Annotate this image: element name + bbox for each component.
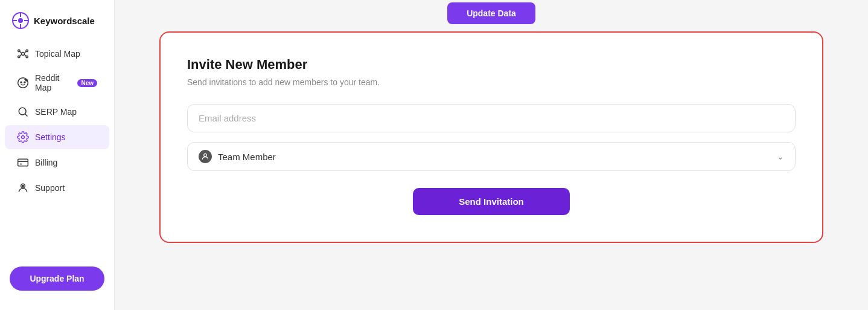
invite-subtitle: Send invitations to add new members to y… xyxy=(187,77,796,87)
email-input[interactable] xyxy=(187,104,796,132)
support-icon xyxy=(17,182,29,194)
logo-icon xyxy=(12,12,29,29)
topical-map-icon xyxy=(17,48,29,60)
send-invitation-button[interactable]: Send Invitation xyxy=(413,188,570,215)
update-data-button[interactable]: Update Data xyxy=(447,2,535,24)
svg-point-9 xyxy=(18,56,20,57)
upgrade-plan-button[interactable]: Upgrade Plan xyxy=(10,266,104,291)
chevron-down-icon: ⌄ xyxy=(777,152,784,161)
topical-map-label: Topical Map xyxy=(35,49,80,59)
svg-line-12 xyxy=(25,51,27,53)
serp-map-icon xyxy=(17,106,29,118)
main-content: Update Data Invite New Member Send invit… xyxy=(115,0,868,310)
logo: Keywordscale xyxy=(0,10,114,41)
svg-point-17 xyxy=(24,82,25,83)
role-label: Team Member xyxy=(218,152,276,162)
sidebar-item-topical-map[interactable]: Topical Map xyxy=(5,42,109,66)
top-bar: Update Data xyxy=(129,0,854,24)
svg-rect-22 xyxy=(18,159,28,166)
svg-point-8 xyxy=(26,50,28,51)
settings-label: Settings xyxy=(35,132,66,142)
svg-point-1 xyxy=(18,18,23,23)
sidebar-item-reddit-map[interactable]: Reddit Map New xyxy=(5,67,109,98)
svg-line-20 xyxy=(25,114,28,117)
sidebar-item-support[interactable]: Support xyxy=(5,176,109,200)
svg-line-11 xyxy=(20,51,22,53)
sidebar-item-settings[interactable]: Settings xyxy=(5,125,109,149)
role-select[interactable]: Team Member ⌄ xyxy=(187,142,796,171)
settings-icon xyxy=(17,131,29,143)
svg-point-10 xyxy=(26,56,28,57)
sidebar: Keywordscale Topical Map Reddit Map New xyxy=(0,0,115,310)
svg-point-21 xyxy=(22,136,25,139)
svg-line-14 xyxy=(25,54,27,56)
svg-point-7 xyxy=(18,50,20,51)
invite-title: Invite New Member xyxy=(187,57,796,73)
svg-point-19 xyxy=(19,108,26,115)
invite-card: Invite New Member Send invitations to ad… xyxy=(159,31,823,243)
billing-icon xyxy=(17,157,29,169)
support-label: Support xyxy=(35,183,65,193)
reddit-map-icon xyxy=(17,77,29,89)
svg-point-6 xyxy=(22,53,25,56)
role-icon xyxy=(199,150,212,163)
sidebar-item-billing[interactable]: Billing xyxy=(5,150,109,175)
billing-label: Billing xyxy=(35,158,57,167)
sidebar-item-serp-map[interactable]: SERP Map xyxy=(5,100,109,124)
svg-point-16 xyxy=(21,82,22,83)
svg-line-13 xyxy=(20,54,22,56)
reddit-map-badge: New xyxy=(77,79,97,87)
svg-point-27 xyxy=(204,153,207,157)
serp-map-label: SERP Map xyxy=(35,107,77,117)
svg-point-26 xyxy=(22,185,24,187)
reddit-map-label: Reddit Map xyxy=(35,73,69,92)
logo-text: Keywordscale xyxy=(34,16,95,26)
role-select-left: Team Member xyxy=(199,150,276,163)
